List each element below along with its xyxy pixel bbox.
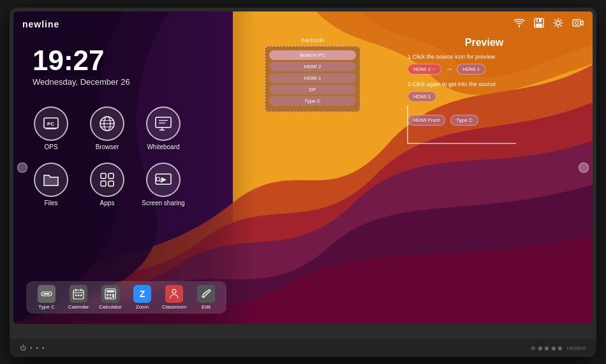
preview-flow-step2: HDMI 1 xyxy=(408,91,561,102)
toolbar-edit-label: Edit xyxy=(202,304,211,310)
svg-rect-5 xyxy=(538,19,539,22)
preview-lshape-svg xyxy=(401,102,554,153)
source-panel-title: Backside xyxy=(265,37,360,43)
toolbar-calculator-label: Calculator xyxy=(99,304,122,310)
svg-rect-24 xyxy=(101,181,106,186)
network-indicator: ▪ xyxy=(42,344,45,351)
monitor-brand-bottom: ⊕ ◉ ◉ ◉ ◉ xyxy=(531,345,563,351)
save-icon[interactable] xyxy=(534,18,544,31)
screen: newline xyxy=(13,11,593,324)
source-type-c[interactable]: Type C xyxy=(269,96,356,106)
svg-rect-17 xyxy=(156,117,171,127)
app-apps-label: Apps xyxy=(100,200,115,207)
svg-rect-22 xyxy=(101,173,106,178)
preview-title: Preview xyxy=(408,37,561,48)
svg-text:PC: PC xyxy=(47,121,54,127)
apps-grid: PC OPS Browser xyxy=(26,104,188,210)
svg-point-6 xyxy=(556,21,560,25)
toolbar-calendar[interactable]: Calendar xyxy=(64,285,92,310)
svg-line-28 xyxy=(159,180,161,182)
wifi-icon[interactable] xyxy=(514,18,525,30)
toolbar-type-c-label: Type C xyxy=(38,304,54,310)
monitor-bottom-left-icons: ⏻ ▪ ▪ ▪ xyxy=(20,344,45,351)
toolbar-type-c[interactable]: Type C xyxy=(33,285,61,310)
source-hdmi2[interactable]: HDMI 2 xyxy=(269,62,356,71)
toolbar-edit[interactable]: Edit xyxy=(192,285,220,310)
preview-chip-hdmi2[interactable]: HDMI 1→ xyxy=(408,64,441,75)
svg-rect-7 xyxy=(573,20,580,26)
bottom-toolbar: Type C Calendar xyxy=(26,281,226,314)
preview-step2: 2.Click again to get into the source xyxy=(408,81,561,87)
preview-chip-hdmi1[interactable]: HDMI 1 xyxy=(457,64,485,75)
app-ops[interactable]: PC OPS xyxy=(26,104,76,154)
power-indicator: ⏻ xyxy=(20,344,26,351)
app-files-label: Files xyxy=(44,200,57,207)
settings-icon[interactable] xyxy=(553,18,563,31)
svg-rect-35 xyxy=(75,295,77,296)
app-screen-sharing-icon xyxy=(146,163,181,197)
app-browser[interactable]: Browser xyxy=(82,104,132,154)
preview-step1: 1.Click the source icon for preview xyxy=(408,54,561,60)
source-dp[interactable]: DP xyxy=(269,85,356,94)
date-display: Wednesday, December 26 xyxy=(33,77,130,87)
svg-rect-10 xyxy=(46,128,56,129)
svg-rect-37 xyxy=(80,295,82,296)
svg-rect-39 xyxy=(107,290,114,293)
svg-rect-42 xyxy=(112,294,114,298)
app-browser-label: Browser xyxy=(96,143,119,150)
toolbar-classroom[interactable]: Classroom xyxy=(160,285,188,310)
app-files-icon xyxy=(34,163,68,197)
app-whiteboard[interactable]: Whiteboard xyxy=(138,104,188,154)
svg-rect-23 xyxy=(108,173,114,178)
svg-point-45 xyxy=(172,289,176,293)
app-apps-icon xyxy=(90,163,124,197)
toolbar-classroom-label: Classroom xyxy=(162,304,186,310)
preview-panel: Preview 1.Click the source icon for prev… xyxy=(408,37,561,140)
time-section: 19:27 Wednesday, December 26 xyxy=(33,47,130,87)
app-browser-icon xyxy=(90,106,124,141)
source-hdmi1[interactable]: HDMI 1 xyxy=(269,73,356,83)
svg-rect-36 xyxy=(78,295,80,296)
toolbar-zoom[interactable]: Z Zoom xyxy=(128,285,156,310)
app-screen-sharing-label: Screen sharing xyxy=(142,200,184,207)
toolbar-calculator[interactable]: Calculator xyxy=(96,285,124,310)
preview-chip-result[interactable]: HDMI 1 xyxy=(408,91,436,102)
app-ops-label: OPS xyxy=(44,143,57,150)
svg-rect-25 xyxy=(108,181,114,186)
preview-bottom-chips-container: HDMI Front Type C xyxy=(408,115,561,140)
monitor-bottom-right: ⊕ ◉ ◉ ◉ ◉ newline xyxy=(531,345,586,351)
svg-rect-40 xyxy=(107,294,108,296)
svg-rect-41 xyxy=(110,294,112,296)
usb-indicator: ▪ xyxy=(36,344,39,351)
monitor-model-label: newline xyxy=(566,345,586,351)
app-screen-sharing[interactable]: Screen sharing xyxy=(138,160,188,210)
svg-rect-30 xyxy=(43,293,50,295)
app-files[interactable]: Files xyxy=(26,160,76,210)
preview-flow-step1: HDMI 1→ → HDMI 1 xyxy=(408,64,561,75)
toolbar-zoom-label: Zoom xyxy=(136,304,149,310)
source-builtin-pc[interactable]: Build-in PC xyxy=(269,50,356,60)
top-bar: newline xyxy=(13,11,593,37)
app-apps[interactable]: Apps xyxy=(82,160,132,210)
speaker-indicator: ▪ xyxy=(30,344,33,351)
toolbar-calendar-icon xyxy=(70,285,87,303)
monitor: newline xyxy=(10,8,596,357)
toolbar-zoom-icon: Z xyxy=(133,285,151,303)
brand-logo: newline xyxy=(22,19,59,29)
app-whiteboard-icon xyxy=(146,106,181,141)
app-whiteboard-label: Whiteboard xyxy=(147,143,179,150)
camera-icon[interactable] xyxy=(572,18,584,31)
toolbar-calendar-label: Calendar xyxy=(68,304,89,310)
svg-point-8 xyxy=(575,21,579,24)
svg-rect-4 xyxy=(536,24,542,27)
toolbar-type-c-icon xyxy=(38,285,55,303)
toolbar-classroom-icon xyxy=(165,285,183,303)
preview-arrow: → xyxy=(445,64,453,73)
source-panel: Backside Build-in PC HDMI 2 HDMI 1 DP Ty… xyxy=(265,37,360,112)
app-ops-icon: PC xyxy=(34,106,68,141)
right-handle[interactable] xyxy=(579,163,589,173)
toolbar-calculator-icon xyxy=(101,285,119,303)
svg-rect-43 xyxy=(107,296,108,298)
svg-rect-44 xyxy=(110,296,112,298)
svg-rect-3 xyxy=(536,18,542,22)
